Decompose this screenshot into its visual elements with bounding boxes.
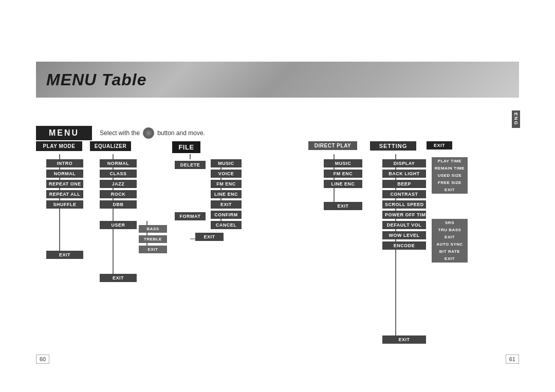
equalizer-header: EQUALIZER xyxy=(90,141,131,151)
eq-class: CLASS xyxy=(100,170,137,178)
eq-rock: ROCK xyxy=(100,190,137,198)
eng-tab: ENG xyxy=(512,110,520,128)
play-mode-repeat-all: REPEAT ALL xyxy=(46,190,83,198)
header-title: MENU Table xyxy=(46,70,147,89)
delete-line-enc: LINE ENC xyxy=(211,190,242,198)
user-treble: TREBLE xyxy=(139,235,167,243)
eq-normal: NORMAL xyxy=(100,159,137,167)
encode-exit: EXIT xyxy=(432,255,468,263)
setting-backlight: BACK LIGHT xyxy=(382,170,426,178)
dp-exit: EXIT xyxy=(324,202,362,210)
setting-scroll-speed: SCROLL SPEED xyxy=(382,200,426,209)
dp-line-enc: LINE ENC xyxy=(324,180,362,188)
display-remain-time: REMAIN TIME xyxy=(432,164,468,172)
delete-fm-enc: FM ENC xyxy=(211,180,242,188)
eq-dbb: DBB xyxy=(100,200,137,209)
setting-encode: ENCODE xyxy=(382,241,426,250)
setting-display: DISPLAY xyxy=(382,159,426,167)
play-mode-intro: INTRO xyxy=(46,159,83,167)
delete-voice: VOICE xyxy=(211,170,242,178)
encode-auto-sync: AUTO SYNC xyxy=(432,240,468,248)
srs-item: SRS xyxy=(432,219,468,227)
format-cancel: CANCEL xyxy=(211,221,242,229)
backlight-used-size: USED SIZE xyxy=(432,172,468,179)
setting-beep: BEEP xyxy=(382,180,426,188)
backlight-exit: EXIT xyxy=(432,186,468,194)
setting-exit: EXIT xyxy=(382,335,426,344)
format-confirm: CONFIRM xyxy=(211,211,242,219)
file-delete: DELETE xyxy=(175,161,206,169)
encode-bit-rate: BIT RATE xyxy=(432,248,468,255)
jog-wheel-icon xyxy=(143,127,154,139)
tru-bass-item: TRU BASS xyxy=(432,226,468,234)
user-bass: BASS xyxy=(139,225,167,233)
menu-title: MENU xyxy=(36,126,92,140)
setting-wow-level: WOW LEVEL xyxy=(382,231,426,239)
display-play-time: PLAY TIME xyxy=(432,157,468,165)
play-mode-header: PLAY MODE xyxy=(36,141,82,151)
eq-user: USER xyxy=(100,221,137,229)
setting-exit-header: EXIT xyxy=(427,141,452,150)
file-header: FILE xyxy=(172,141,200,153)
menu-instruction: Select with the button and move. xyxy=(100,127,205,139)
page-number-left: 60 xyxy=(36,354,49,364)
play-mode-exit: EXIT xyxy=(46,251,83,259)
play-mode-repeat-one: REPEAT ONE xyxy=(46,180,83,188)
backlight-free-size: FREE SIZE xyxy=(432,179,468,186)
eq-exit: EXIT xyxy=(100,274,137,282)
setting-default-vol: DEFAULT VOL xyxy=(382,221,426,229)
setting-power-off-time: POWER OFF TIME xyxy=(382,211,426,219)
header-banner: MENU Table xyxy=(36,62,519,98)
page-number-right: 61 xyxy=(506,354,519,364)
delete-music: MUSIC xyxy=(211,159,242,167)
play-mode-normal: NORMAL xyxy=(46,170,83,178)
eq-jazz: JAZZ xyxy=(100,180,137,188)
play-mode-shuffle: SHUFFLE xyxy=(46,200,83,209)
file-exit: EXIT xyxy=(195,233,224,241)
file-format: FORMAT xyxy=(175,212,206,220)
delete-exit: EXIT xyxy=(211,200,242,209)
setting-contrast: CONTRAST xyxy=(382,190,426,198)
dp-fm-enc: FM ENC xyxy=(324,170,362,178)
diagram-area: PLAY MODE INTRO NORMAL REPEAT ONE REPEAT… xyxy=(36,141,519,341)
direct-play-header: DIRECT PLAY xyxy=(308,141,357,150)
srs-exit: EXIT xyxy=(432,233,468,241)
dp-music: MUSIC xyxy=(324,159,362,167)
setting-header: SETTING xyxy=(370,141,416,151)
menu-label-area: MENU Select with the button and move. xyxy=(36,126,519,140)
user-exit: EXIT xyxy=(139,246,167,253)
